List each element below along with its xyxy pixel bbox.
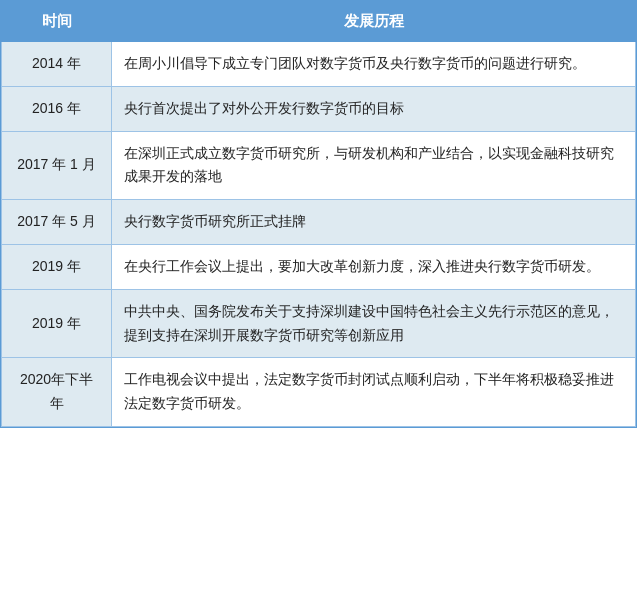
content-cell-4: 在央行工作会议上提出，要加大改革创新力度，深入推进央行数字货币研发。 <box>112 244 636 289</box>
time-cell-1: 2016 年 <box>2 86 112 131</box>
content-cell-1: 央行首次提出了对外公开发行数字货币的目标 <box>112 86 636 131</box>
history-header: 发展历程 <box>112 2 636 42</box>
content-cell-5: 中共中央、国务院发布关于支持深圳建设中国特色社会主义先行示范区的意见，提到支持在… <box>112 289 636 358</box>
time-header: 时间 <box>2 2 112 42</box>
content-cell-3: 央行数字货币研究所正式挂牌 <box>112 200 636 245</box>
time-cell-4: 2019 年 <box>2 244 112 289</box>
time-cell-2: 2017 年 1 月 <box>2 131 112 200</box>
time-cell-3: 2017 年 5 月 <box>2 200 112 245</box>
time-cell-0: 2014 年 <box>2 42 112 87</box>
time-cell-6: 2020年下半年 <box>2 358 112 427</box>
main-table: 时间 发展历程 2014 年在周小川倡导下成立专门团队对数字货币及央行数字货币的… <box>0 0 637 428</box>
content-cell-2: 在深圳正式成立数字货币研究所，与研发机构和产业结合，以实现金融科技研究成果开发的… <box>112 131 636 200</box>
content-cell-0: 在周小川倡导下成立专门团队对数字货币及央行数字货币的问题进行研究。 <box>112 42 636 87</box>
time-cell-5: 2019 年 <box>2 289 112 358</box>
content-cell-6: 工作电视会议中提出，法定数字货币封闭试点顺利启动，下半年将积极稳妥推进法定数字货… <box>112 358 636 427</box>
